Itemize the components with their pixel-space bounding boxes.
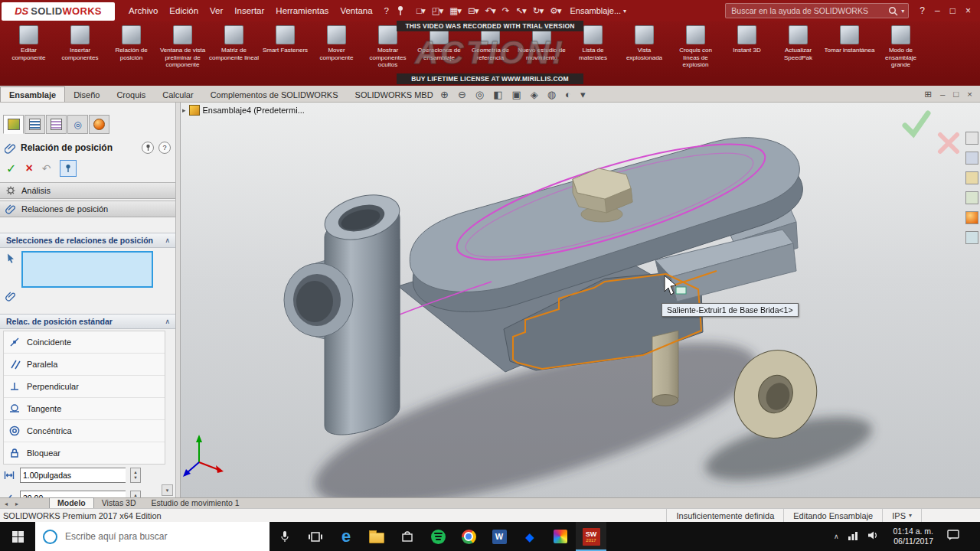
tab-complementos[interactable]: Complementos de SOLIDWORKS (202, 87, 347, 102)
help-icon[interactable]: ? (158, 142, 171, 154)
taskbar-search-input[interactable] (64, 530, 262, 543)
rebuild-icon[interactable]: ↻▾ (533, 5, 543, 16)
tab-vistas-3d[interactable]: Vistas 3D (94, 498, 144, 508)
help-search-input[interactable] (730, 5, 885, 16)
tree-expander-icon[interactable]: ▸ (182, 106, 186, 114)
ribbon-button[interactable]: Ventana de vista preliminar de component… (157, 21, 208, 77)
menu-item[interactable]: Archivo (129, 6, 158, 15)
display-manager-tab[interactable] (89, 115, 109, 134)
volume-icon[interactable] (867, 530, 879, 543)
standard-mates-header[interactable]: Relac. de posición estándar ∧ (0, 314, 176, 329)
units-dropdown[interactable]: IPS ▾ (882, 509, 921, 522)
ribbon-button[interactable]: Modo de ensamblaje grande (875, 21, 926, 77)
edge-icon[interactable]: e (331, 522, 361, 551)
spin-up-icon[interactable]: ▲ (133, 470, 137, 475)
search-icon[interactable] (888, 6, 898, 16)
menu-item[interactable]: Ventana (340, 6, 372, 15)
mate-tangent-button[interactable]: Tangente (4, 398, 165, 420)
view-orientation-icon[interactable]: ▣ (511, 89, 521, 100)
file-explorer-pane-icon[interactable] (965, 171, 978, 184)
pin-toggle-button[interactable] (60, 160, 77, 177)
solidworks-taskbar-icon[interactable]: SW 2017 (576, 522, 606, 551)
ribbon-button[interactable]: Instant 3D (721, 21, 773, 77)
distance-icon[interactable] (3, 469, 15, 481)
menu-item[interactable]: Insertar (234, 6, 264, 15)
custom-properties-icon[interactable] (965, 231, 978, 244)
ribbon-button[interactable]: Editar componente (3, 21, 54, 77)
section-view-icon[interactable]: ◧ (493, 89, 502, 100)
action-center-icon[interactable] (947, 530, 960, 544)
ribbon-button[interactable]: Matriz de componente lineal (208, 21, 260, 77)
ribbon-button[interactable]: Relación de posición (106, 21, 157, 77)
distance-stepper[interactable]: ▲ ▼ (130, 468, 141, 483)
menu-item[interactable]: Herramientas (276, 6, 328, 15)
microphone-icon[interactable] (270, 522, 300, 551)
confirmation-cancel-icon[interactable] (940, 135, 957, 152)
dimxpert-manager-tab[interactable]: ◎ (67, 115, 88, 134)
search-scope-caret-icon[interactable]: ▾ (901, 8, 904, 15)
previous-view-icon[interactable]: ◎ (475, 89, 484, 100)
minimize-icon[interactable]: – (935, 5, 940, 16)
document-title-dropdown[interactable]: Ensamblaje... ▾ (570, 6, 626, 15)
network-icon[interactable] (848, 530, 858, 543)
save-icon[interactable]: ▦▾ (449, 5, 461, 16)
print-icon[interactable]: ⊟▾ (468, 5, 478, 16)
confirmation-check-icon[interactable] (905, 113, 928, 134)
configuration-manager-tab[interactable] (46, 115, 67, 134)
ribbon-button[interactable]: Insertar componentes (54, 21, 106, 77)
new-document-icon[interactable]: □▾ (416, 5, 425, 16)
doc-minimize-icon[interactable]: – (940, 90, 945, 99)
toolbar-pin-icon[interactable] (397, 5, 404, 16)
flyout-feature-tree[interactable]: ▸ Ensamblaje4 (Predetermi... (182, 105, 305, 116)
tab-scroll-left-icon[interactable]: ◂ (5, 500, 8, 507)
redo-icon[interactable]: ↷ (502, 5, 509, 16)
mate-coincident-button[interactable]: Coincidente (4, 331, 165, 354)
undo-icon[interactable]: ↶ (42, 162, 51, 174)
cancel-button[interactable]: × (25, 161, 32, 175)
tab-ensamblaje[interactable]: Ensamblaje (0, 86, 65, 102)
spotify-icon[interactable] (423, 522, 453, 551)
distance-input[interactable] (20, 468, 126, 483)
options-gear-icon[interactable]: ⚙▾ (550, 5, 560, 16)
undo-icon[interactable]: ↶▾ (485, 5, 495, 16)
taskbar-clock[interactable]: 01:14 a. m. 06/11/2017 (893, 527, 933, 546)
graphics-viewport[interactable]: ▸ Ensamblaje4 (Predetermi... Saliente-Ex… (176, 103, 980, 497)
panel-splitter[interactable] (176, 103, 181, 497)
open-icon[interactable]: ◰▾ (432, 5, 443, 16)
menu-item[interactable]: Ver (210, 6, 223, 15)
model-canvas[interactable] (176, 103, 980, 497)
doc-close-icon[interactable]: × (967, 90, 972, 99)
start-button[interactable] (0, 522, 35, 551)
file-explorer-icon[interactable] (361, 522, 392, 551)
taskbar-search[interactable] (35, 522, 270, 551)
model-cylinder-boss[interactable] (284, 187, 404, 435)
close-icon[interactable]: × (965, 5, 971, 16)
hidden-icons-chevron-icon[interactable]: ∧ (834, 533, 839, 540)
panel-scroll-down-icon[interactable]: ▼ (162, 484, 173, 496)
ok-button[interactable]: ✓ (6, 161, 16, 176)
ribbon-button[interactable]: Actualizar SpeedPak (773, 21, 824, 77)
dropbox-icon[interactable]: ◆ (514, 522, 545, 551)
view-palette-icon[interactable] (965, 191, 978, 204)
display-style-icon[interactable]: ◈ (531, 89, 538, 100)
assembly-root-label[interactable]: Ensamblaje4 (Predetermi... (203, 106, 305, 115)
mates-bar[interactable]: Relaciones de posición (0, 201, 176, 217)
ribbon-button[interactable]: Croquis con líneas de explosión (670, 21, 721, 77)
mate-parallel-button[interactable]: Paralela (4, 354, 165, 376)
photos-icon[interactable] (545, 522, 576, 551)
tab-modelo[interactable]: Modelo (49, 497, 94, 508)
tab-solidworks-mbd[interactable]: SOLIDWORKS MBD (347, 87, 442, 102)
angle-icon[interactable] (3, 492, 15, 497)
chrome-icon[interactable] (453, 522, 484, 551)
design-library-icon[interactable] (965, 152, 978, 165)
ribbon-button[interactable]: Mover componente (311, 21, 362, 77)
zoom-area-icon[interactable]: ⊖ (458, 89, 466, 100)
zoom-fit-icon[interactable]: ⊕ (440, 89, 449, 100)
property-manager-tab[interactable] (24, 115, 45, 134)
menu-item[interactable]: ? (384, 6, 389, 15)
mate-selections-listbox[interactable] (21, 251, 153, 288)
mate-selections-header[interactable]: Selecciones de relaciones de posición ∧ (0, 233, 176, 248)
hide-show-items-icon[interactable]: ◍ (547, 89, 556, 100)
appearances-icon[interactable] (965, 211, 978, 224)
doc-restore-icon[interactable]: □ (953, 90, 959, 99)
